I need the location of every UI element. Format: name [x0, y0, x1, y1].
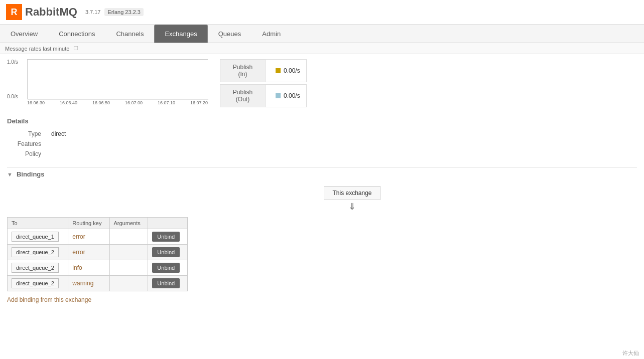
- nav-item-channels[interactable]: Channels: [105, 25, 154, 43]
- nav-item-connections[interactable]: Connections: [48, 25, 105, 43]
- binding-to-cell: direct_queue_1: [8, 229, 68, 245]
- header: R RabbitMQ 3.7.17 Erlang 23.2.3: [0, 0, 644, 25]
- erlang-badge: Erlang 23.2.3: [104, 8, 143, 16]
- publish-in-row: Publish (In) 0.00/s: [220, 59, 307, 82]
- details-features-row: Features: [7, 139, 70, 149]
- binding-arguments-cell: [109, 260, 148, 276]
- details-section: Details Type direct Features Policy: [0, 112, 644, 164]
- chart-y-top: 1.0/s: [7, 59, 25, 65]
- details-features-label: Features: [7, 139, 47, 149]
- table-row: direct_queue_2warningUnbind: [8, 276, 188, 291]
- col-routing-key: Routing key: [68, 218, 109, 229]
- details-policy-label: Policy: [7, 149, 47, 159]
- publish-out-number: 0.00/s: [284, 92, 300, 99]
- table-row: direct_queue_2infoUnbind: [8, 260, 188, 276]
- x-label-0: 16:06:30: [27, 100, 45, 105]
- publish-in-label: Publish (In): [220, 60, 266, 82]
- details-table: Type direct Features Policy: [7, 129, 70, 159]
- section-bar-icon: ☐: [73, 45, 78, 52]
- chart-container: 1.0/s 0.0/s 16:06:30 16:06:40 16:06:50 1…: [7, 59, 208, 105]
- publish-out-color-dot: [276, 93, 281, 98]
- publish-in-color-dot: [276, 68, 281, 73]
- section-bar: Message rates last minute ☐: [0, 43, 644, 54]
- collapse-icon[interactable]: ▼: [7, 171, 13, 177]
- x-label-3: 16:07:00: [125, 100, 143, 105]
- routing-key-text: warning: [72, 280, 93, 287]
- binding-arguments-cell: [109, 276, 148, 291]
- details-features-value: [47, 139, 70, 149]
- nav-item-admin[interactable]: Admin: [251, 25, 291, 43]
- nav-item-overview[interactable]: Overview: [0, 25, 48, 43]
- binding-to-cell: direct_queue_2: [8, 276, 68, 291]
- binding-routing-key-cell: error: [68, 229, 109, 245]
- table-row: direct_queue_2errorUnbind: [8, 245, 188, 260]
- svg-rect-0: [28, 60, 208, 100]
- bindings-table-header-row: To Routing key Arguments: [8, 218, 188, 229]
- details-type-row: Type direct: [7, 129, 70, 139]
- x-label-2: 16:06:50: [92, 100, 110, 105]
- unbind-button[interactable]: Unbind: [152, 278, 180, 288]
- exchange-box-label: This exchange: [332, 190, 371, 197]
- nav-bar: Overview Connections Channels Exchanges …: [0, 25, 644, 43]
- exchange-box: This exchange: [324, 186, 380, 200]
- x-label-1: 16:06:40: [60, 100, 77, 105]
- queue-button[interactable]: direct_queue_1: [12, 232, 59, 242]
- logo-icon: R: [6, 4, 22, 20]
- bindings-header: ▼ Bindings: [7, 167, 637, 181]
- unbind-button[interactable]: Unbind: [152, 232, 180, 242]
- details-type-label: Type: [7, 129, 47, 139]
- col-arguments: Arguments: [109, 218, 148, 229]
- details-title: Details: [7, 117, 637, 125]
- table-row: direct_queue_1errorUnbind: [8, 229, 188, 245]
- stats-panel: Publish (In) 0.00/s Publish (Out) 0.00/s: [220, 59, 307, 107]
- binding-arguments-cell: [109, 245, 148, 260]
- publish-out-label: Publish (Out): [220, 85, 266, 107]
- x-label-4: 16:07:10: [158, 100, 175, 105]
- bindings-table-head: To Routing key Arguments: [8, 218, 188, 229]
- chart-section: 1.0/s 0.0/s 16:06:30 16:06:40 16:06:50 1…: [0, 54, 644, 112]
- publish-in-value: 0.00/s: [270, 63, 306, 78]
- routing-key-text: error: [72, 233, 85, 240]
- queue-button[interactable]: direct_queue_2: [12, 247, 59, 257]
- nav-item-exchanges[interactable]: Exchanges: [154, 25, 207, 43]
- add-binding-anchor[interactable]: Add binding from this exchange: [7, 296, 91, 303]
- section-bar-text: Message rates last minute: [5, 46, 69, 52]
- binding-unbind-cell: Unbind: [148, 229, 188, 245]
- binding-routing-key-cell: warning: [68, 276, 109, 291]
- logo-text: RabbitMQ: [25, 6, 77, 19]
- chart-y-axis: 1.0/s 0.0/s: [7, 59, 25, 99]
- queue-button[interactable]: direct_queue_2: [12, 278, 59, 288]
- queue-button[interactable]: direct_queue_2: [12, 263, 59, 273]
- bindings-section: ▼ Bindings This exchange ⇓ To Routing ke…: [0, 164, 644, 308]
- binding-unbind-cell: Unbind: [148, 245, 188, 260]
- nav-item-queues[interactable]: Queues: [208, 25, 252, 43]
- version-badge: 3.7.17: [85, 9, 101, 15]
- chart-x-labels: 16:06:30 16:06:40 16:06:50 16:07:00 16:0…: [7, 100, 208, 105]
- col-to: To: [8, 218, 68, 229]
- bindings-table-body: direct_queue_1errorUnbinddirect_queue_2e…: [8, 229, 188, 291]
- binding-arguments-cell: [109, 229, 148, 245]
- add-binding-link: Add binding from this exchange: [7, 296, 637, 303]
- binding-to-cell: direct_queue_2: [8, 260, 68, 276]
- unbind-button[interactable]: Unbind: [152, 247, 180, 257]
- binding-to-cell: direct_queue_2: [8, 245, 68, 260]
- publish-out-row: Publish (Out) 0.00/s: [220, 84, 307, 107]
- exchange-box-container: This exchange ⇓: [7, 186, 637, 212]
- details-type-value: direct: [47, 129, 70, 139]
- routing-key-text: error: [72, 249, 85, 256]
- binding-routing-key-cell: error: [68, 245, 109, 260]
- publish-in-number: 0.00/s: [284, 67, 300, 74]
- details-policy-row: Policy: [7, 149, 70, 159]
- unbind-button[interactable]: Unbind: [152, 263, 180, 273]
- down-arrow-icon: ⇓: [348, 201, 356, 212]
- chart-box: [27, 59, 208, 99]
- binding-unbind-cell: Unbind: [148, 276, 188, 291]
- bindings-table: To Routing key Arguments direct_queue_1e…: [7, 217, 188, 291]
- chart-wrapper: 1.0/s 0.0/s: [7, 59, 208, 99]
- routing-key-text: info: [72, 264, 82, 271]
- col-action: [148, 218, 188, 229]
- details-policy-value: [47, 149, 70, 159]
- binding-routing-key-cell: info: [68, 260, 109, 276]
- chart-svg: [28, 60, 208, 100]
- chart-y-bottom: 0.0/s: [7, 94, 25, 99]
